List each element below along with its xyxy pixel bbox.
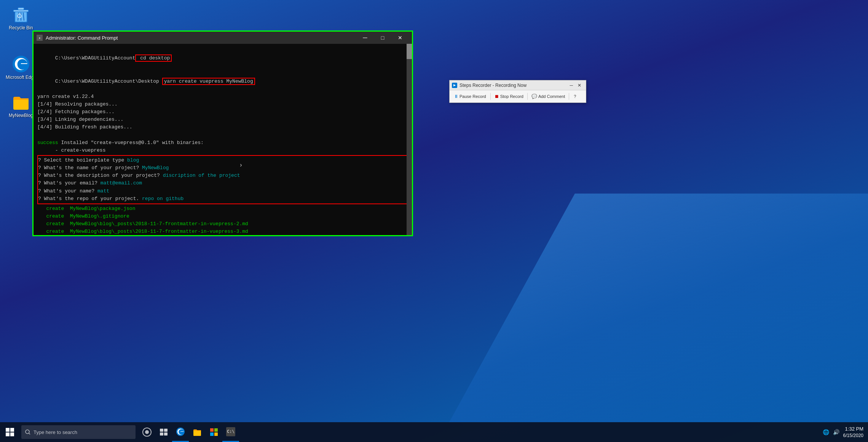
cmd-create-4: create MyNewBlog\blog\_posts\2018-11-7-f… <box>37 228 408 235</box>
cmd-qa-6: ? What's the repo of your project. repo … <box>38 195 407 203</box>
cmd-binary-line: - create-vuepress <box>37 147 408 154</box>
search-placeholder: Type here to search <box>34 429 77 435</box>
svg-rect-19 <box>210 428 214 432</box>
cmd-cmd-2: yarn create vuepress MyNewBlog <box>162 78 255 85</box>
recycle-bin-label: Recycle Bin <box>9 25 33 30</box>
cmd-minimize-button[interactable]: ─ <box>356 32 374 44</box>
svg-rect-8 <box>6 428 10 432</box>
system-tray: 🌐 🔊 1:32 PM 6/15/2020 <box>823 426 868 439</box>
cmd-maximize-button[interactable]: □ <box>374 32 391 44</box>
taskbar-explorer-button[interactable] <box>189 422 206 442</box>
svg-line-13 <box>29 433 30 434</box>
steps-recorder-toolbar: ⏸ Pause Record ⏹ Stop Record 💬 Add Comme… <box>450 90 586 102</box>
steps-minimize-btn[interactable]: ─ <box>567 83 575 88</box>
steps-divider-3 <box>569 93 569 100</box>
svg-rect-21 <box>210 432 214 436</box>
svg-rect-17 <box>164 432 168 436</box>
search-icon <box>25 429 30 435</box>
comment-label: Add Comment <box>538 94 565 99</box>
pause-icon: ⏸ <box>454 94 458 99</box>
volume-icon[interactable]: 🔊 <box>833 429 839 435</box>
svg-point-12 <box>26 430 29 434</box>
cmd-line-blank <box>37 131 408 139</box>
cmd-qa-block: ? Select the boilerplate type blog ? Wha… <box>37 155 408 204</box>
recycle-bin-icon: ♻ <box>12 5 30 24</box>
cmd-body: C:\Users\WDAGUtilityAccount cd desktop C… <box>34 44 412 235</box>
cortana-button[interactable] <box>139 422 155 442</box>
cmd-qa-1: ? Select the boilerplate type blog <box>38 157 407 164</box>
folder-icon <box>12 93 30 111</box>
clock-time: 1:32 PM <box>843 426 863 432</box>
taskbar-cmd-icon: C:\ <box>226 427 235 436</box>
taskbar-edge-button[interactable] <box>172 422 189 442</box>
taskbar-cmd-button[interactable]: C:\ <box>222 422 239 442</box>
taskbar-store-icon <box>209 428 219 437</box>
cmd-qa-2: ? What's the name of your project? MyNew… <box>38 164 407 172</box>
svg-rect-14 <box>160 429 163 432</box>
taskbar-explorer-icon <box>193 428 202 437</box>
svg-text:♻: ♻ <box>16 12 22 20</box>
cmd-title-text: Administrator: Command Prompt <box>46 35 356 41</box>
pause-label: Pause Record <box>460 94 486 99</box>
stop-icon: ⏹ <box>495 94 499 99</box>
taskbar: Type here to search <box>0 422 868 442</box>
cursor-indicator: › <box>239 162 243 169</box>
help-button[interactable]: ? <box>571 93 578 99</box>
cmd-line-4: [1/4] Resolving packages... <box>37 101 408 108</box>
cmd-qa-5: ? What's your name? matt <box>38 187 407 195</box>
cmd-titlebar-icon: ▪ <box>37 35 43 41</box>
cmd-qa-4: ? What's your email? matt@email.com <box>38 179 407 187</box>
taskbar-search[interactable]: Type here to search <box>21 425 136 439</box>
steps-recorder-window: ▶ Steps Recorder - Recording Now ─ ✕ ⏸ P… <box>449 80 586 103</box>
desktop-icon-recycle-bin[interactable]: ♻ Recycle Bin <box>4 4 38 32</box>
network-icon[interactable]: 🌐 <box>823 429 829 435</box>
edge-icon <box>12 55 30 73</box>
cmd-create-1: create MyNewBlog\package.json <box>37 205 408 213</box>
svg-rect-22 <box>214 432 218 436</box>
cmd-line-5: [2/4] Fetching packages... <box>37 108 408 116</box>
stop-label: Stop Record <box>500 94 523 99</box>
cmd-qa-3: ? What's the description of your project… <box>38 172 407 179</box>
steps-recorder-title: Steps Recorder - Recording Now <box>460 83 567 88</box>
cortana-icon <box>142 428 152 437</box>
cmd-line-2: C:\Users\WDAGUtilityAccount\Desktop yarn… <box>37 70 408 93</box>
task-view-button[interactable] <box>155 422 172 442</box>
steps-divider-2 <box>527 93 528 100</box>
svg-rect-15 <box>164 429 168 432</box>
cmd-close-button[interactable]: ✕ <box>391 32 409 44</box>
start-button[interactable] <box>0 422 20 442</box>
steps-divider-1 <box>490 93 491 100</box>
svg-rect-9 <box>10 428 14 432</box>
taskbar-edge-icon <box>176 427 185 436</box>
svg-rect-20 <box>214 428 218 432</box>
cmd-cmd-1: cd desktop <box>135 54 172 62</box>
cmd-scrollbar[interactable] <box>407 44 412 235</box>
task-view-icon <box>160 429 168 436</box>
comment-icon: 💬 <box>531 94 537 99</box>
steps-recorder-icon: ▶ <box>452 83 457 88</box>
cmd-create-3: create MyNewBlog\blog\_posts\2018-11-7-f… <box>37 220 408 228</box>
pause-record-button[interactable]: ⏸ Pause Record <box>452 93 488 100</box>
svg-rect-11 <box>10 432 14 436</box>
cmd-prompt-2: C:\Users\WDAGUtilityAccount\Desktop <box>55 78 162 84</box>
windows-icon <box>6 428 14 436</box>
cmd-line-6: [3/4] Linking dependencies... <box>37 116 408 123</box>
cmd-scrollbar-thumb[interactable] <box>407 44 412 59</box>
cmd-line-1: C:\Users\WDAGUtilityAccount cd desktop <box>37 47 408 70</box>
svg-rect-16 <box>160 432 163 436</box>
clock-date: 6/15/2020 <box>843 432 863 439</box>
cmd-titlebar: ▪ Administrator: Command Prompt ─ □ ✕ <box>34 32 412 44</box>
add-comment-button[interactable]: 💬 Add Comment <box>530 93 566 100</box>
cmd-create-lines: create MyNewBlog\package.json create MyN… <box>37 205 408 235</box>
cmd-line-3: yarn create v1.22.4 <box>37 93 408 101</box>
taskbar-store-button[interactable] <box>206 422 222 442</box>
mynewblog-label: MyNewBlog <box>9 113 33 118</box>
taskbar-clock[interactable]: 1:32 PM 6/15/2020 <box>843 426 863 439</box>
cmd-titlebar-buttons: ─ □ ✕ <box>356 32 409 44</box>
stop-record-button[interactable]: ⏹ Stop Record <box>493 93 525 100</box>
cmd-window: ▪ Administrator: Command Prompt ─ □ ✕ C:… <box>32 30 413 236</box>
cmd-prompt-1: C:\Users\WDAGUtilityAccount <box>55 55 136 61</box>
cmd-success-line: success Installed "create-vuepress@0.1.0… <box>37 139 408 147</box>
steps-close-btn[interactable]: ✕ <box>575 83 584 88</box>
svg-rect-2 <box>18 8 24 10</box>
